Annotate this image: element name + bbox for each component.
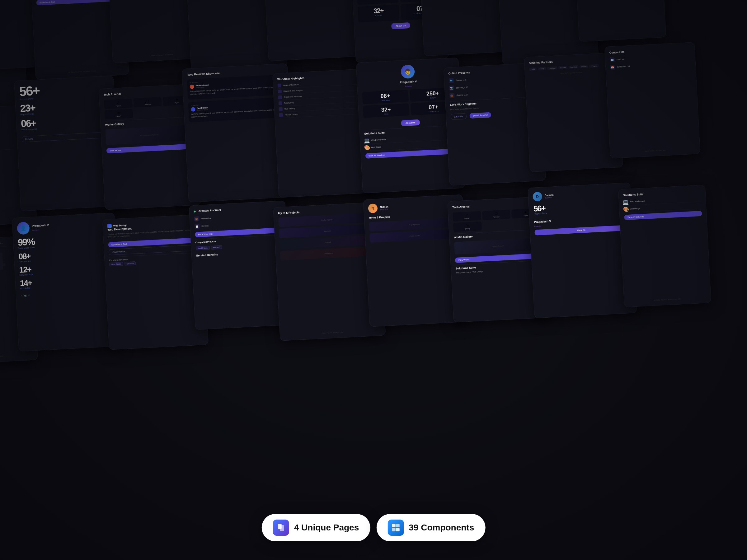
bottom-badges-container: 4 Unique Pages 39 Components <box>262 514 486 541</box>
pages-icon <box>273 519 289 536</box>
components-icon <box>387 519 404 536</box>
screen-services-suite: Solutions Suite 💻 Web Development 🎨 Web … <box>618 185 712 308</box>
tool-shopify: 🛍 Shopify <box>104 109 133 119</box>
webflow-btn[interactable]: Schedule a Call <box>36 0 121 6</box>
email-me-btn[interactable]: Email Me <box>450 113 467 120</box>
partners-title: Satisfied Partners <box>529 57 613 65</box>
svg-rect-5 <box>396 528 399 531</box>
svg-rect-1 <box>280 525 284 531</box>
unique-pages-badge: 4 Unique Pages <box>262 514 370 541</box>
view-works-btn-2[interactable]: View Works <box>455 253 542 263</box>
about-me-btn-2[interactable]: About Me <box>401 119 420 126</box>
resume-btn[interactable]: Resume <box>22 132 112 142</box>
unique-pages-label: 4 Unique Pages <box>294 523 359 533</box>
mosaic-wrapper: Web Development Home Works Services 404 … <box>0 0 747 560</box>
tech-title: Tech Arsenal <box>103 89 190 97</box>
components-badge: 39 Components <box>376 514 485 541</box>
screen-nav-only: Home Works Services 404 Dribbble Behance… <box>573 0 666 42</box>
view-works-btn[interactable]: View Works <box>106 144 194 154</box>
svg-rect-2 <box>392 524 395 527</box>
screen-contact: Contact Me 📧 Email Me 📅 Schedule a Call … <box>604 42 700 159</box>
tool-webflow: ⬡ Webflow <box>133 97 162 108</box>
svg-rect-3 <box>396 524 399 527</box>
tool-framer: 🖊 Framer <box>104 99 133 109</box>
svg-rect-4 <box>392 528 395 531</box>
background-container: Web Development Home Works Services 404 … <box>0 0 747 560</box>
schedule-call-btn-2[interactable]: Schedule a Call <box>470 112 491 119</box>
components-label: 39 Components <box>409 523 474 533</box>
about-me-btn[interactable]: About Me <box>391 22 410 29</box>
